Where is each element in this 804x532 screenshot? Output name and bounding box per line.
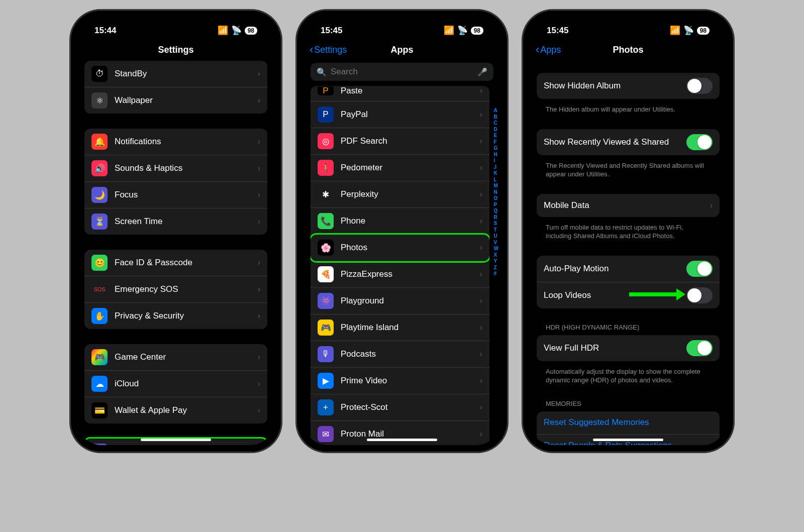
focus-icon: 🌙 xyxy=(91,187,108,203)
index-letter[interactable]: T xyxy=(494,227,498,233)
row-label: Proton Mail xyxy=(341,429,473,439)
index-letter[interactable]: N xyxy=(494,189,498,195)
index-letter[interactable]: J xyxy=(494,164,498,170)
chevron-right-icon: › xyxy=(258,164,260,173)
app-row-paste[interactable]: PPaste› xyxy=(311,86,489,101)
app-row-prime-video[interactable]: ▶Prime Video› xyxy=(311,368,489,394)
app-row-playtime-island[interactable]: 🎮Playtime Island› xyxy=(311,314,489,341)
index-letter[interactable]: V xyxy=(494,240,498,245)
app-row-pdf-search[interactable]: ◎PDF Search› xyxy=(311,128,489,155)
autoplay-motion-row[interactable]: Auto-Play Motion xyxy=(537,256,720,282)
index-letter[interactable]: Y xyxy=(494,258,498,264)
app-row-proton-mail[interactable]: ✉Proton Mail› xyxy=(311,421,489,445)
icloud-icon: ☁ xyxy=(91,376,108,392)
index-letter[interactable]: I xyxy=(494,158,498,163)
app-row-photos[interactable]: 🌸Photos› xyxy=(311,235,489,261)
autoplay-toggle[interactable] xyxy=(686,261,713,277)
apps-list[interactable]: PPaste›PPayPal›◎PDF Search›🚶Pedometer›✱P… xyxy=(304,86,500,445)
chevron-left-icon: ‹ xyxy=(536,43,539,56)
settings-list[interactable]: ⏱StandBy›⚛Wallpaper›🔔Notifications›🔊Soun… xyxy=(77,61,274,445)
settings-row-standby[interactable]: ⏱StandBy› xyxy=(84,61,267,87)
settings-row-face-id-passcode[interactable]: 😊Face ID & Passcode› xyxy=(84,250,267,276)
home-indicator[interactable] xyxy=(367,439,437,441)
settings-row-sounds-haptics[interactable]: 🔊Sounds & Haptics› xyxy=(84,155,267,182)
photos-settings-list[interactable]: Show Hidden Album The Hidden album will … xyxy=(530,61,727,445)
home-indicator[interactable] xyxy=(593,439,663,441)
app-row-protect-scot[interactable]: +Protect-Scot› xyxy=(311,394,489,421)
settings-row-icloud[interactable]: ☁iCloud› xyxy=(84,371,267,397)
app-row-pedometer[interactable]: 🚶Pedometer› xyxy=(311,155,489,181)
loop-videos-row[interactable]: Loop Videos xyxy=(537,282,720,308)
show-recently-viewed-row[interactable]: Show Recently Viewed & Shared xyxy=(537,129,720,155)
mobile-data-row[interactable]: Mobile Data › xyxy=(537,194,720,217)
index-letter[interactable]: X xyxy=(494,252,498,258)
chevron-right-icon: › xyxy=(258,137,260,146)
playground-icon: 👾 xyxy=(318,293,334,309)
index-letter[interactable]: F xyxy=(494,139,498,145)
index-letter[interactable]: O xyxy=(494,195,498,201)
mic-icon[interactable]: 🎤 xyxy=(477,67,487,77)
index-letter[interactable]: Q xyxy=(494,208,498,214)
app-row-perplexity[interactable]: ✱Perplexity› xyxy=(311,181,489,208)
index-letter[interactable]: E xyxy=(494,133,498,138)
index-letter[interactable]: S xyxy=(494,221,498,226)
app-row-podcasts[interactable]: 🎙Podcasts› xyxy=(311,341,489,368)
settings-row-game-center[interactable]: 🎮Game Center› xyxy=(84,344,267,371)
app-row-pizzaexpress[interactable]: 🍕PizzaExpress› xyxy=(311,261,489,288)
chevron-right-icon: › xyxy=(480,137,482,146)
footer-text: Turn off mobile data to restrict updates… xyxy=(537,220,720,241)
battery-indicator: 98 xyxy=(697,27,710,35)
back-button[interactable]: ‹ Settings xyxy=(310,43,347,56)
chevron-right-icon: › xyxy=(258,406,260,415)
index-letter[interactable]: U xyxy=(494,233,498,239)
index-letter[interactable]: R xyxy=(494,215,498,220)
index-letter[interactable]: D xyxy=(494,127,498,132)
index-letter[interactable]: M xyxy=(494,183,498,188)
show-hidden-album-row[interactable]: Show Hidden Album xyxy=(537,73,720,99)
settings-row-screen-time[interactable]: ⏳Screen Time› xyxy=(84,208,267,235)
settings-row-focus[interactable]: 🌙Focus› xyxy=(84,182,267,208)
index-letter[interactable]: G xyxy=(494,145,498,151)
row-label: Privacy & Security xyxy=(115,311,251,321)
index-bar[interactable]: ABCDEFGHIJKLMNOPQRSTUVWXYZ# xyxy=(494,108,498,276)
app-row-playground[interactable]: 👾Playground› xyxy=(311,288,489,314)
chevron-right-icon: › xyxy=(480,190,482,199)
row-label: Playground xyxy=(341,296,473,306)
settings-row-emergency-sos[interactable]: SOSEmergency SOS› xyxy=(84,276,267,303)
reset-memories-row[interactable]: Reset Suggested Memories xyxy=(537,411,720,435)
chevron-right-icon: › xyxy=(258,285,260,294)
hidden-album-toggle[interactable] xyxy=(686,78,713,94)
chevron-right-icon: › xyxy=(258,69,260,78)
index-letter[interactable]: P xyxy=(494,202,498,207)
status-time: 15:44 xyxy=(94,26,116,36)
index-letter[interactable]: B xyxy=(494,114,498,120)
loop-videos-toggle[interactable] xyxy=(686,287,713,303)
index-letter[interactable]: L xyxy=(494,177,498,182)
settings-row-privacy-security[interactable]: ✋Privacy & Security› xyxy=(84,303,267,329)
search-bar[interactable]: 🔍 🎤 xyxy=(311,63,493,81)
settings-row-notifications[interactable]: 🔔Notifications› xyxy=(84,129,267,155)
page-title: Apps xyxy=(391,45,414,55)
index-letter[interactable]: Z xyxy=(494,265,498,270)
face-id-passcode-icon: 😊 xyxy=(91,255,108,271)
index-letter[interactable]: H xyxy=(494,152,498,157)
chevron-right-icon: › xyxy=(258,217,260,226)
recently-viewed-toggle[interactable] xyxy=(686,134,713,150)
view-full-hdr-row[interactable]: View Full HDR xyxy=(537,335,720,361)
settings-row-wallpaper[interactable]: ⚛Wallpaper› xyxy=(84,87,267,114)
home-indicator[interactable] xyxy=(141,439,211,441)
hdr-toggle[interactable] xyxy=(686,340,713,356)
row-label: PayPal xyxy=(341,110,473,120)
index-letter[interactable]: W xyxy=(494,246,498,251)
app-row-phone[interactable]: 📞Phone› xyxy=(311,208,489,235)
index-letter[interactable]: C xyxy=(494,120,498,126)
row-label: Face ID & Passcode xyxy=(115,258,251,268)
index-letter[interactable]: A xyxy=(494,108,498,113)
search-input[interactable] xyxy=(331,67,473,77)
index-letter[interactable]: # xyxy=(494,271,498,276)
index-letter[interactable]: K xyxy=(494,170,498,176)
notifications-icon: 🔔 xyxy=(91,134,108,150)
app-row-paypal[interactable]: PPayPal› xyxy=(311,101,489,128)
settings-row-wallet-apple-pay[interactable]: 💳Wallet & Apple Pay› xyxy=(84,397,267,423)
back-button[interactable]: ‹ Apps xyxy=(536,43,561,56)
